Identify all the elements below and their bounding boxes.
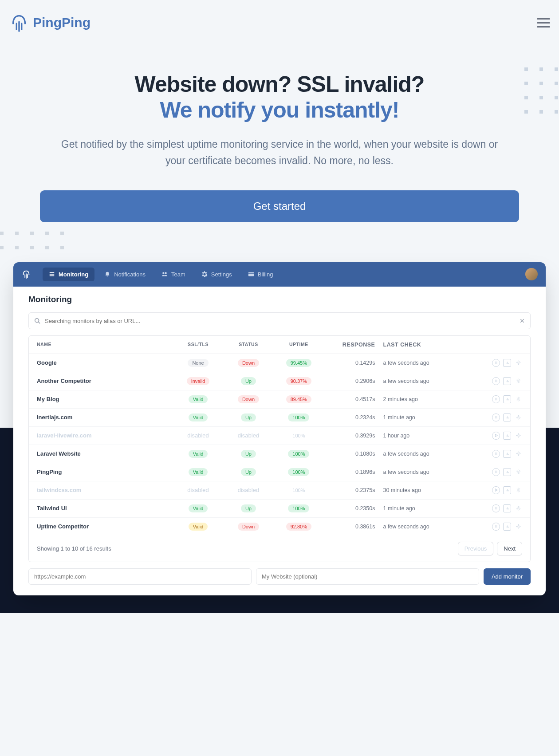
app-logo-icon: [21, 269, 31, 279]
url-input[interactable]: [28, 568, 252, 585]
settings-icon[interactable]: [514, 359, 522, 367]
row-name: tailwindcss.com: [37, 487, 173, 493]
prev-button[interactable]: Previous: [458, 542, 494, 555]
table-row[interactable]: GoogleNoneDown99.45%0.1429sa few seconds…: [29, 354, 530, 372]
pause-icon[interactable]: [492, 377, 500, 385]
uptime-badge: 89.45%: [286, 395, 311, 403]
svg-point-62: [517, 489, 519, 491]
last-check-text: 1 minute ago: [383, 505, 466, 512]
nav-monitoring[interactable]: Monitoring: [43, 268, 94, 281]
settings-icon[interactable]: [514, 523, 522, 531]
pause-icon[interactable]: [492, 432, 500, 440]
settings-icon[interactable]: [514, 395, 522, 403]
pause-icon[interactable]: [492, 504, 500, 512]
pause-icon[interactable]: [492, 450, 500, 458]
pause-icon[interactable]: [492, 468, 500, 476]
response-text: 0.3861s: [324, 524, 383, 530]
stats-icon[interactable]: [503, 359, 511, 367]
svg-rect-12: [248, 273, 254, 274]
col-name: NAME: [37, 342, 173, 348]
stats-icon[interactable]: [503, 486, 511, 494]
uptime-badge: 92.80%: [286, 523, 311, 531]
nav-team[interactable]: Team: [155, 268, 192, 281]
page-title: Monitoring: [28, 295, 531, 304]
settings-icon[interactable]: [514, 432, 522, 440]
svg-point-57: [517, 471, 519, 472]
pause-icon[interactable]: [492, 486, 500, 494]
table-row[interactable]: PingPingValidUp100%0.1896sa few seconds …: [29, 463, 530, 481]
search-input[interactable]: [45, 318, 514, 324]
response-text: 0.1896s: [324, 469, 383, 475]
pause-icon[interactable]: [492, 395, 500, 403]
table-row[interactable]: My BlogValidDown89.45%0.4517s2 minutes a…: [29, 390, 530, 409]
team-icon: [161, 271, 168, 277]
showing-text: Showing 1 to 10 of 16 results: [37, 545, 111, 552]
alias-input[interactable]: [256, 568, 479, 585]
stats-icon[interactable]: [503, 468, 511, 476]
svg-marker-41: [495, 434, 497, 437]
svg-point-28: [517, 380, 519, 382]
table-row[interactable]: Laravel WebsiteValidUp100%0.1080sa few s…: [29, 445, 530, 463]
stats-icon[interactable]: [503, 504, 511, 512]
settings-icon[interactable]: [514, 486, 522, 494]
table-row[interactable]: Another CompetitorInvalidUp90.37%0.2906s…: [29, 372, 530, 390]
pause-icon[interactable]: [492, 523, 500, 531]
logo[interactable]: PingPing: [9, 12, 91, 33]
nav-notifications[interactable]: Notifications: [98, 268, 152, 281]
pause-icon[interactable]: [492, 413, 500, 421]
ssl-badge: Valid: [189, 504, 208, 512]
next-button[interactable]: Next: [497, 542, 522, 555]
response-text: 0.3929s: [324, 433, 383, 439]
row-name: inertiajs.com: [37, 414, 173, 421]
table-row[interactable]: laravel-livewire.comdisableddisabled100%…: [29, 427, 530, 445]
svg-line-14: [39, 322, 40, 323]
pause-icon[interactable]: [492, 359, 500, 367]
add-monitor-button[interactable]: Add monitor: [484, 568, 531, 585]
settings-icon[interactable]: [514, 468, 522, 476]
svg-point-40: [517, 417, 519, 418]
stats-icon[interactable]: [503, 523, 511, 531]
settings-icon[interactable]: [514, 450, 522, 458]
svg-rect-6: [50, 272, 55, 273]
uptime-badge: 100%: [288, 486, 309, 494]
ssl-badge: Valid: [189, 523, 208, 531]
svg-point-22: [517, 362, 519, 363]
row-name: PingPing: [37, 469, 173, 475]
row-name: Uptime Competitor: [37, 523, 173, 530]
settings-icon[interactable]: [514, 504, 522, 512]
logo-text: PingPing: [33, 15, 91, 30]
avatar[interactable]: [525, 268, 538, 280]
ssl-badge: Valid: [189, 413, 208, 421]
get-started-button[interactable]: Get started: [40, 190, 519, 222]
nav-billing[interactable]: Billing: [242, 268, 280, 281]
nav-settings[interactable]: Settings: [195, 268, 238, 281]
search-box: [28, 312, 531, 329]
stats-icon[interactable]: [503, 395, 511, 403]
uptime-badge: 99.45%: [286, 359, 311, 367]
col-response: RESPONSE: [324, 342, 383, 348]
svg-point-34: [517, 398, 519, 400]
gear-icon: [201, 271, 208, 277]
search-icon: [34, 318, 40, 324]
settings-icon[interactable]: [514, 413, 522, 421]
ssl-badge: Valid: [189, 450, 208, 458]
stats-icon[interactable]: [503, 413, 511, 421]
uptime-badge: 100%: [288, 504, 309, 512]
status-badge: Down: [238, 523, 259, 531]
row-name: My Blog: [37, 396, 173, 402]
menu-button[interactable]: [537, 18, 550, 28]
decorative-dots-left: [0, 232, 65, 249]
response-text: 0.2324s: [324, 414, 383, 421]
stats-icon[interactable]: [503, 450, 511, 458]
stats-icon[interactable]: [503, 377, 511, 385]
ssl-badge: None: [188, 359, 208, 367]
settings-icon[interactable]: [514, 377, 522, 385]
table-row[interactable]: inertiajs.comValidUp100%0.2324s1 minute …: [29, 409, 530, 427]
table-row[interactable]: tailwindcss.comdisableddisabled100%0.237…: [29, 481, 530, 500]
stats-icon[interactable]: [503, 432, 511, 440]
last-check-text: a few seconds ago: [383, 451, 466, 457]
clear-icon[interactable]: [520, 318, 525, 323]
table-row[interactable]: Uptime CompetitorValidDown92.80%0.3861sa…: [29, 518, 530, 536]
table-row[interactable]: Tailwind UIValidUp100%0.2350s1 minute ag…: [29, 500, 530, 518]
response-text: 0.2906s: [324, 378, 383, 384]
